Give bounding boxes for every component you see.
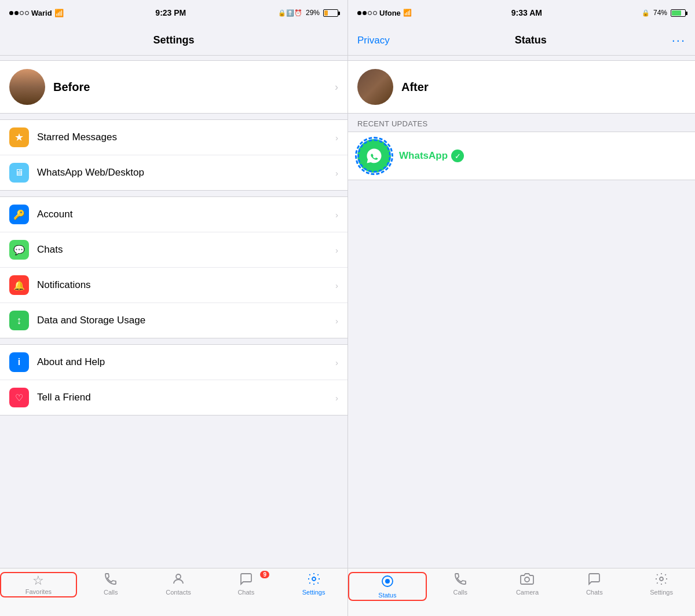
- account-chevron-icon: ›: [335, 210, 338, 220]
- signal-indicator: [9, 11, 29, 15]
- right-status-bar: Ufone 📶 9:33 AM 🔒 74%: [348, 0, 695, 25]
- battery-fill-right: [672, 10, 681, 16]
- right-profile-section[interactable]: After: [348, 60, 695, 114]
- section-gap-3: [0, 338, 348, 344]
- calls-tab-icon-right: [453, 572, 467, 588]
- abouthelp-icon: i: [9, 352, 29, 372]
- signal-dot-1: [9, 11, 13, 15]
- settings-group-2: 🔑 Account › 💬 Chats › 🔔 Notifications › …: [0, 196, 348, 338]
- right-battery-percent: 74%: [653, 9, 667, 17]
- camera-tab-icon: [520, 572, 534, 588]
- settings-item-webdesktop[interactable]: 🖥 WhatsApp Web/Desktop ›: [0, 155, 348, 190]
- starred-icon: ★: [9, 127, 29, 147]
- right-nav-bar: Privacy Status ···: [348, 25, 695, 56]
- status-ring: [355, 137, 393, 175]
- battery-indicator-right: [671, 9, 686, 17]
- section-gap-2: [0, 191, 348, 196]
- empty-area: [348, 180, 695, 568]
- profile-section[interactable]: Before ›: [0, 60, 348, 114]
- right-avatar: [357, 69, 393, 105]
- whatsapp-avatar-container: [357, 139, 391, 173]
- battery-indicator-left: [323, 9, 338, 17]
- tab-calls-right[interactable]: Calls: [427, 572, 494, 596]
- tab-chats-right[interactable]: Chats: [561, 572, 628, 596]
- whatsapp-display-name: WhatsApp: [399, 150, 448, 162]
- tab-status[interactable]: Status: [348, 572, 427, 601]
- right-signal-dot-1: [357, 11, 361, 15]
- account-icon: 🔑: [9, 205, 29, 224]
- whatsapp-status-item[interactable]: WhatsApp ✓: [348, 132, 695, 180]
- camera-tab-label: Camera: [516, 589, 539, 596]
- section-gap-bottom: [0, 415, 348, 432]
- right-wifi-icon: 📶: [403, 9, 412, 17]
- tab-settings[interactable]: Settings: [280, 572, 348, 596]
- nav-back-privacy[interactable]: Privacy: [357, 35, 390, 46]
- settings-item-datastorage[interactable]: ↕ Data and Storage Usage ›: [0, 303, 348, 338]
- chats-settings-icon: 💬: [9, 240, 29, 260]
- settings-group-1: ★ Starred Messages › 🖥 WhatsApp Web/Desk…: [0, 119, 348, 191]
- tab-camera[interactable]: Camera: [494, 572, 561, 596]
- chats-tab-icon-right: [587, 572, 601, 588]
- whatsapp-name-row: WhatsApp ✓: [399, 150, 464, 162]
- tellfriend-label: Tell a Friend: [37, 392, 327, 403]
- tab-favorites[interactable]: ☆ Favorites: [0, 572, 77, 597]
- right-signal-dot-2: [363, 11, 367, 15]
- right-lock-icon: 🔒: [642, 9, 650, 17]
- datastorage-icon: ↕: [9, 311, 29, 330]
- right-signal-dot-4: [373, 11, 377, 15]
- starred-label: Starred Messages: [37, 132, 327, 143]
- status-tab-label: Status: [378, 592, 396, 599]
- right-panel: Ufone 📶 9:33 AM 🔒 74% Privacy Status ···…: [348, 0, 695, 616]
- webdesktop-icon: 🖥: [9, 163, 29, 183]
- notifications-icon: 🔔: [9, 275, 29, 295]
- tab-calls-left[interactable]: Calls: [77, 572, 145, 596]
- signal-dot-4: [25, 11, 29, 15]
- section-gap-1: [0, 114, 348, 119]
- status-tab-icon: [381, 574, 394, 591]
- location-icon: 🔒⬆️⏰: [278, 9, 302, 17]
- right-carrier-info: Ufone 📶: [357, 9, 412, 17]
- verified-badge: ✓: [451, 150, 464, 162]
- contacts-tab-label: Contacts: [166, 589, 191, 596]
- settings-group-3: i About and Help › ♡ Tell a Friend ›: [0, 344, 348, 415]
- settings-tab-icon-right: [654, 572, 668, 588]
- recent-updates-section: WhatsApp ✓: [348, 132, 695, 180]
- notifications-chevron-icon: ›: [335, 280, 338, 290]
- profile-name: Before: [53, 81, 327, 94]
- tab-settings-right[interactable]: Settings: [628, 572, 695, 596]
- svg-point-1: [312, 577, 316, 581]
- left-carrier-name: Warid: [31, 9, 52, 17]
- svg-point-3: [385, 579, 390, 584]
- settings-item-notifications[interactable]: 🔔 Notifications ›: [0, 268, 348, 303]
- notifications-label: Notifications: [37, 279, 327, 291]
- datastorage-label: Data and Storage Usage: [37, 315, 327, 326]
- chats-settings-label: Chats: [37, 244, 327, 256]
- left-tab-bar: ☆ Favorites Calls Contacts: [0, 568, 348, 616]
- settings-scroll-area: ★ Starred Messages › 🖥 WhatsApp Web/Desk…: [0, 114, 348, 568]
- left-panel: Warid 📶 9:23 PM 🔒⬆️⏰ 29% Settings Before…: [0, 0, 348, 616]
- right-time: 9:33 AM: [511, 8, 542, 17]
- settings-tab-icon: [307, 572, 321, 588]
- settings-item-abouthelp[interactable]: i About and Help ›: [0, 345, 348, 380]
- starred-chevron-icon: ›: [335, 133, 338, 143]
- contacts-tab-icon: [171, 572, 185, 588]
- settings-item-chats[interactable]: 💬 Chats ›: [0, 232, 348, 268]
- wifi-icon: 📶: [54, 9, 64, 17]
- settings-item-tellfriend[interactable]: ♡ Tell a Friend ›: [0, 380, 348, 415]
- settings-tab-label-right: Settings: [650, 589, 673, 596]
- webdesktop-label: WhatsApp Web/Desktop: [37, 167, 327, 178]
- signal-dot-3: [20, 11, 24, 15]
- whatsapp-name-section: WhatsApp ✓: [399, 150, 464, 162]
- left-nav-bar: Settings: [0, 25, 348, 56]
- avatar-image: [9, 69, 45, 105]
- chats-badge: 9: [260, 571, 269, 578]
- right-carrier-name: Ufone: [379, 9, 401, 17]
- tab-chats-left[interactable]: 9 Chats: [212, 572, 280, 596]
- tab-contacts[interactable]: Contacts: [145, 572, 213, 596]
- favorites-tab-icon: ☆: [32, 574, 44, 587]
- nav-more-dots[interactable]: ···: [672, 33, 686, 48]
- settings-item-starred[interactable]: ★ Starred Messages ›: [0, 120, 348, 155]
- svg-point-0: [176, 574, 181, 579]
- webdesktop-chevron-icon: ›: [335, 168, 338, 178]
- settings-item-account[interactable]: 🔑 Account ›: [0, 197, 348, 232]
